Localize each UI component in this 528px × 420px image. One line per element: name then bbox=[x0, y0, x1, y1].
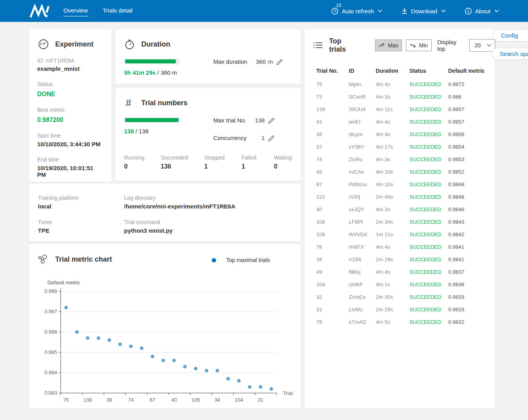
app-screen: Overview Trials detail 10 Auto refresh bbox=[0, 0, 528, 420]
edit-pencil-icon[interactable] bbox=[268, 117, 275, 124]
axis-tick-label: 0.984 bbox=[44, 370, 57, 375]
cell-dur: 4m 10s bbox=[376, 181, 409, 187]
data-point[interactable] bbox=[270, 387, 273, 391]
cell-dur: 2m 49s bbox=[376, 194, 409, 200]
download-menu[interactable]: Download bbox=[401, 7, 446, 14]
cell-id: ZsmEo bbox=[349, 294, 376, 300]
tab-trials-detail[interactable]: Trials detail bbox=[103, 5, 133, 16]
table-row: 40vxJQY4m 3sSUCCEEDED0.9846 bbox=[305, 203, 495, 215]
cell-dur: 4m 1s bbox=[376, 282, 409, 287]
table-row: 72SCsnR4m 3sSUCCEEDED0.986 bbox=[305, 90, 495, 103]
axis-tick-label: 0.988 bbox=[44, 288, 57, 294]
navbar: Overview Trials detail 10 Auto refresh bbox=[0, 0, 528, 22]
search-space-button-label: Search space bbox=[500, 50, 528, 57]
table-row: 115rVXfj2m 49sSUCCEEDED0.9846 bbox=[305, 190, 495, 203]
cell-dur: 4m 4s bbox=[376, 81, 409, 87]
table-row: 38dlcym4m 4sSUCCEEDED0.9856 bbox=[305, 128, 495, 140]
cell-status: SUCCEEDED bbox=[409, 131, 448, 137]
auto-refresh-menu[interactable]: 10 Auto refresh bbox=[331, 7, 382, 15]
about-menu[interactable]: About bbox=[465, 7, 499, 15]
cell-metric: 0.9846 bbox=[448, 206, 494, 212]
data-point[interactable] bbox=[129, 345, 133, 348]
clock-refresh-icon bbox=[331, 7, 339, 15]
y-axis-title: Default metric bbox=[47, 280, 80, 285]
training-platform-label: Training platform bbox=[38, 195, 124, 201]
config-button[interactable]: Config bbox=[493, 29, 528, 41]
cell-metric: 0.9856 bbox=[448, 131, 494, 137]
axis-tick-label: 74 bbox=[128, 397, 133, 403]
data-point[interactable] bbox=[172, 359, 176, 362]
display-top-select[interactable]: 20 bbox=[469, 39, 495, 52]
status-badge: DONE bbox=[37, 91, 104, 98]
col-default-metric: Default metric bbox=[448, 68, 494, 74]
data-point[interactable] bbox=[205, 369, 208, 372]
top-trials-panel: Top trials Max Min Display top 20 bbox=[305, 29, 495, 409]
cell-metric: 0.9872 bbox=[448, 81, 494, 87]
legend-dot-icon bbox=[212, 258, 216, 262]
top-trials-table: Trial No. ID Duration Status Default met… bbox=[305, 64, 495, 328]
stat-value: 1 bbox=[241, 163, 274, 170]
edit-pencil-icon[interactable] bbox=[268, 135, 275, 141]
data-point[interactable] bbox=[151, 355, 154, 358]
cell-metric: 0.9833 bbox=[448, 294, 494, 300]
cell-no: 106 bbox=[316, 232, 349, 237]
cell-dur: 4m 3s bbox=[376, 156, 409, 162]
cell-status: SUCCEEDED bbox=[409, 232, 448, 237]
table-row: 32ZsmEo2m 30sSUCCEEDED0.9833 bbox=[305, 291, 495, 303]
cell-no: 104 bbox=[316, 282, 349, 287]
axis-tick-label: 138 bbox=[83, 397, 92, 403]
data-point[interactable] bbox=[75, 330, 79, 334]
cell-id: f9Bxj bbox=[349, 269, 376, 275]
scatter-chart-icon bbox=[38, 254, 49, 265]
max-button[interactable]: Max bbox=[375, 39, 402, 51]
cell-status: SUCCEEDED bbox=[409, 94, 448, 100]
data-point[interactable] bbox=[194, 367, 198, 370]
duration-progress-fill bbox=[125, 59, 176, 63]
cell-metric: 0.9832 bbox=[448, 319, 494, 325]
table-row: 31LlvMz2m 29sSUCCEEDED0.9833 bbox=[305, 303, 495, 316]
stat-label: Failed bbox=[241, 154, 274, 161]
trial-metric-chart-panel: Trial metric chart Top maximal trials De… bbox=[29, 244, 301, 409]
data-point[interactable] bbox=[162, 359, 165, 362]
cell-no: 41 bbox=[316, 119, 349, 125]
max-duration-value: 360 bbox=[256, 58, 266, 65]
cell-status: SUCCEEDED bbox=[409, 119, 448, 125]
cell-dur: 4m 4s bbox=[376, 131, 409, 137]
cell-id: SCsnR bbox=[349, 94, 376, 100]
data-point[interactable] bbox=[226, 377, 230, 381]
cell-metric: 0.9837 bbox=[448, 269, 494, 275]
search-space-button[interactable]: Search space bbox=[492, 48, 528, 60]
gauge-icon bbox=[38, 39, 49, 50]
data-point[interactable] bbox=[183, 365, 187, 368]
cell-no: 40 bbox=[316, 206, 349, 212]
cell-metric: 0.9857 bbox=[448, 119, 494, 125]
table-header-row: Trial No. ID Duration Status Default met… bbox=[305, 64, 495, 78]
data-point[interactable] bbox=[64, 306, 68, 309]
min-button[interactable]: Min bbox=[406, 39, 432, 51]
data-point[interactable] bbox=[259, 385, 262, 389]
trials-total-count: / 138 bbox=[135, 128, 148, 135]
cell-status: SUCCEEDED bbox=[409, 181, 448, 187]
data-point[interactable] bbox=[118, 343, 122, 346]
stopwatch-icon bbox=[124, 39, 135, 50]
edit-pencil-icon[interactable] bbox=[276, 58, 283, 65]
concurrency-value: 1 bbox=[261, 135, 265, 141]
data-point[interactable] bbox=[237, 379, 241, 382]
experiment-panel: Experiment ID: mFT1RE6A example_mnist St… bbox=[29, 29, 112, 182]
data-point[interactable] bbox=[108, 338, 111, 342]
trials-done-count: 138 bbox=[124, 128, 134, 135]
cell-dur: 2m 29s bbox=[376, 307, 409, 312]
data-point[interactable] bbox=[86, 336, 90, 340]
cell-metric: 0.9842 bbox=[448, 232, 494, 237]
cell-dur: 4m 3s bbox=[376, 94, 409, 100]
chart-legend[interactable]: Top maximal trials bbox=[212, 257, 270, 263]
data-point[interactable] bbox=[140, 346, 144, 350]
data-point[interactable] bbox=[216, 369, 219, 372]
data-point[interactable] bbox=[97, 336, 100, 340]
start-time-value: 10/10/2020, 3:44:30 PM bbox=[37, 141, 104, 147]
table-row: 34rrZ662m 29sSUCCEEDED0.9841 bbox=[305, 253, 495, 266]
data-point[interactable] bbox=[248, 385, 252, 389]
trend-down-icon bbox=[410, 43, 416, 48]
tab-overview[interactable]: Overview bbox=[63, 5, 88, 16]
axis-tick-label: 104 bbox=[235, 397, 243, 403]
